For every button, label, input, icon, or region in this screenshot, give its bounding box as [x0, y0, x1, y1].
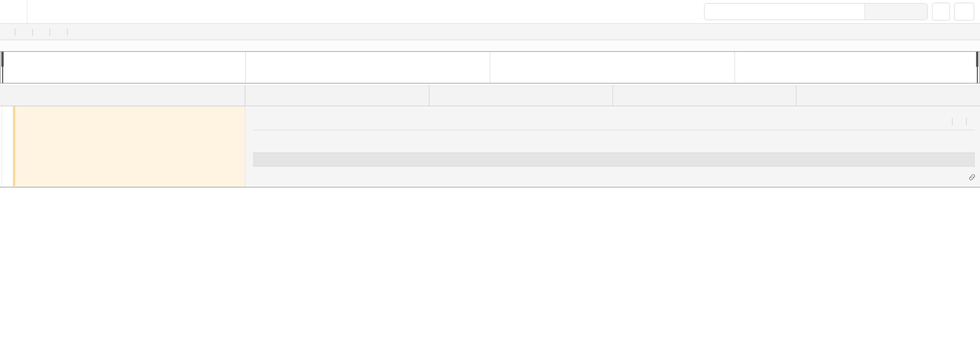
span-detail-header: | | — [245, 106, 980, 130]
trace-minimap[interactable] — [0, 51, 980, 83]
logs-section[interactable] — [253, 152, 975, 167]
keyboard-shortcuts-button[interactable] — [932, 3, 950, 21]
span-detail-accent — [15, 106, 245, 186]
page-title — [43, 5, 47, 18]
span-detail-row: | | — [0, 106, 980, 187]
divider: | — [951, 117, 953, 125]
trace-timeline-dropdown[interactable] — [954, 3, 974, 21]
columns-header — [0, 85, 980, 106]
top-actions — [704, 3, 974, 21]
find-box — [704, 3, 928, 20]
top-bar — [0, 0, 980, 24]
minimap-span-rows — [0, 52, 980, 83]
timeline-ruler — [245, 85, 980, 106]
service-operation-header — [0, 85, 245, 106]
divider: | — [49, 27, 51, 36]
indent-guide — [2, 106, 2, 186]
span-detail-panel: | | — [245, 106, 980, 187]
divider: | — [14, 27, 16, 36]
drag-grip[interactable] — [1, 52, 4, 67]
viewport-left-handle[interactable] — [2, 52, 3, 83]
divider — [253, 130, 975, 130]
span-color-stripe — [13, 106, 15, 186]
divider: | — [67, 27, 68, 36]
trace-page: | | | | — [0, 0, 980, 344]
back-button[interactable] — [0, 0, 27, 23]
find-controls — [864, 4, 927, 19]
drag-grip[interactable] — [976, 52, 978, 67]
link-icon[interactable] — [968, 173, 976, 181]
divider: | — [965, 117, 967, 125]
viewport-right-handle[interactable] — [977, 52, 978, 83]
divider: | — [31, 27, 33, 36]
trace-info-bar: | | | | — [0, 24, 980, 40]
minimap-ruler — [0, 40, 980, 51]
span-rows: | | — [0, 106, 980, 187]
span-detail-meta: | | — [944, 117, 975, 125]
span-detail-gutter — [0, 106, 245, 187]
tags-section[interactable] — [253, 135, 975, 149]
span-id-row — [245, 167, 980, 182]
find-input[interactable] — [705, 4, 864, 19]
